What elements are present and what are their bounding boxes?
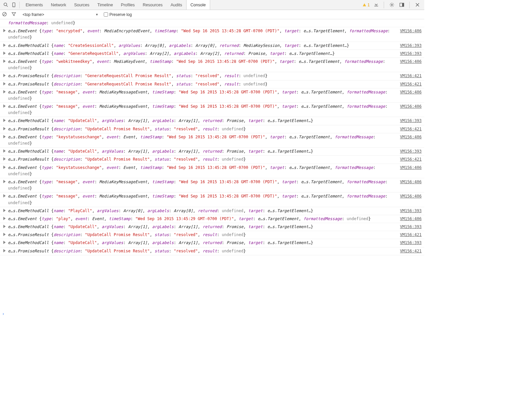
expand-caret-icon[interactable] (3, 217, 6, 220)
expand-caret-icon[interactable] (3, 209, 6, 212)
expand-caret-icon[interactable] (3, 249, 6, 252)
expand-caret-icon[interactable] (3, 194, 6, 198)
log-value: MediaEncryptedEvent (104, 29, 150, 33)
source-link[interactable]: VM156:406 (398, 59, 422, 65)
expand-caret-icon[interactable] (3, 60, 6, 63)
expand-caret-icon[interactable] (3, 157, 6, 161)
source-link[interactable]: VM156:393 (398, 51, 422, 57)
console-log-row: VM156:421e…s.PromiseResult {description:… (0, 231, 424, 239)
console-log-area[interactable]: formattedMessage: undefined} VM156:406e…… (0, 19, 424, 310)
expand-caret-icon[interactable] (3, 135, 6, 138)
console-log-row: VM156:393e…s.EmeMethodCall {name: "Updat… (0, 223, 424, 231)
source-link[interactable]: VM156:393 (398, 208, 422, 214)
tab-resources[interactable]: Resources (139, 0, 167, 10)
source-link[interactable]: VM156:406 (398, 28, 422, 34)
source-link[interactable]: VM156:393 (398, 148, 422, 155)
expand-caret-icon[interactable] (3, 29, 6, 32)
log-value: "webkitneedkey" (56, 59, 92, 64)
log-class: e…s.EmeMethodCall (8, 149, 51, 154)
log-value: MediaKeyMessageEvent (99, 90, 148, 94)
tab-elements[interactable]: Elements (22, 0, 47, 10)
log-value: "resolved" (174, 157, 198, 162)
expand-caret-icon[interactable] (3, 127, 6, 130)
console-log-row: VM156:406e…s.EmeEvent {type: "message", … (0, 193, 424, 207)
source-link[interactable]: VM156:406 (398, 89, 422, 95)
source-link[interactable]: VM156:393 (398, 43, 422, 49)
expand-caret-icon[interactable] (3, 90, 6, 93)
log-key: type (42, 104, 51, 109)
log-value: e…s.TargetElement (301, 104, 342, 109)
log-value: Array[1] (128, 224, 147, 229)
log-value: e…s.TargetElement (289, 135, 330, 139)
expand-caret-icon[interactable] (3, 44, 6, 47)
source-link[interactable]: VM156:393 (398, 118, 422, 124)
expand-caret-icon[interactable] (3, 119, 6, 122)
expand-caret-icon[interactable] (3, 82, 6, 85)
console-log-row: VM156:421e…s.PromiseResult {description:… (0, 72, 424, 80)
search-icon[interactable] (2, 0, 9, 10)
source-link[interactable]: VM156:421 (398, 81, 422, 87)
expand-caret-icon[interactable] (3, 52, 6, 55)
expand-caret-icon[interactable] (3, 74, 6, 77)
device-mode-icon[interactable] (10, 0, 17, 10)
source-link[interactable]: VM156:421 (398, 248, 422, 254)
source-link[interactable]: VM156:421 (398, 156, 422, 163)
log-key: returned (219, 43, 239, 48)
clear-console-icon[interactable] (2, 12, 8, 18)
log-key: formattedMessage (304, 216, 342, 221)
log-key: status (176, 82, 191, 86)
log-key: type (42, 135, 51, 139)
log-class: e…s.EmeEvent (8, 135, 39, 139)
log-key: status (155, 232, 169, 237)
log-body: e…s.EmeEvent {type: "message", event: Me… (8, 104, 388, 115)
tab-timeline[interactable]: Timeline (93, 0, 117, 10)
source-link[interactable]: VM156:406 (398, 134, 422, 140)
expand-caret-icon[interactable] (3, 104, 6, 108)
source-link[interactable]: VM156:406 (398, 165, 422, 171)
source-link[interactable]: VM156:421 (398, 73, 422, 79)
tab-network[interactable]: Network (47, 0, 70, 10)
log-key: returned (198, 208, 217, 213)
tab-sources[interactable]: Sources (70, 0, 93, 10)
source-link[interactable]: VM156:421 (398, 232, 422, 238)
preserve-log-input[interactable] (104, 12, 108, 17)
close-icon[interactable] (414, 0, 421, 10)
separator (409, 2, 410, 8)
warning-badge[interactable]: 1 (363, 3, 370, 7)
expand-caret-icon[interactable] (3, 233, 6, 236)
log-value: e…s.TargetElement (301, 180, 342, 184)
source-link[interactable]: VM156:406 (398, 103, 422, 110)
log-key: name (54, 43, 63, 48)
filter-icon[interactable] (11, 12, 17, 18)
source-link[interactable]: VM156:393 (398, 224, 422, 230)
log-value: Event (123, 165, 135, 170)
console-log-row: VM156:406e…s.EmeEvent {type: "message", … (0, 103, 424, 117)
frame-selector[interactable]: <top frame> ▼ (21, 12, 100, 18)
expand-caret-icon[interactable] (3, 180, 6, 183)
source-link[interactable]: VM156:393 (398, 240, 422, 246)
log-body: e…s.EmeMethodCall {name: "UpdateCall", a… (8, 224, 313, 229)
log-class: e…s.EmeEvent (8, 194, 39, 198)
expand-caret-icon[interactable] (3, 166, 6, 169)
console-prompt[interactable]: › (0, 310, 424, 317)
tab-console[interactable]: Console (186, 0, 210, 10)
log-key: formattedMessage (8, 21, 47, 25)
expand-caret-icon[interactable] (3, 225, 6, 228)
tab-audits[interactable]: Audits (167, 0, 186, 10)
source-link[interactable]: VM156:421 (398, 126, 422, 132)
log-key: name (54, 208, 63, 213)
source-link[interactable]: VM156:406 (398, 193, 422, 199)
settings-icon[interactable] (388, 0, 395, 10)
log-key: target (282, 194, 296, 198)
expand-caret-icon[interactable] (3, 149, 6, 153)
log-key: argValues (97, 208, 118, 213)
source-link[interactable]: VM156:406 (398, 216, 422, 222)
log-value: Array[0] (123, 208, 143, 213)
console-log-row: VM156:406e…s.EmeEvent {type: "play", eve… (0, 215, 424, 223)
source-link[interactable]: VM156:406 (398, 179, 422, 185)
show-drawer-icon[interactable] (372, 0, 380, 10)
expand-caret-icon[interactable] (3, 241, 6, 244)
dock-side-icon[interactable] (398, 0, 405, 10)
tab-profiles[interactable]: Profiles (117, 0, 139, 10)
preserve-log-checkbox[interactable]: Preserve log (104, 12, 132, 17)
